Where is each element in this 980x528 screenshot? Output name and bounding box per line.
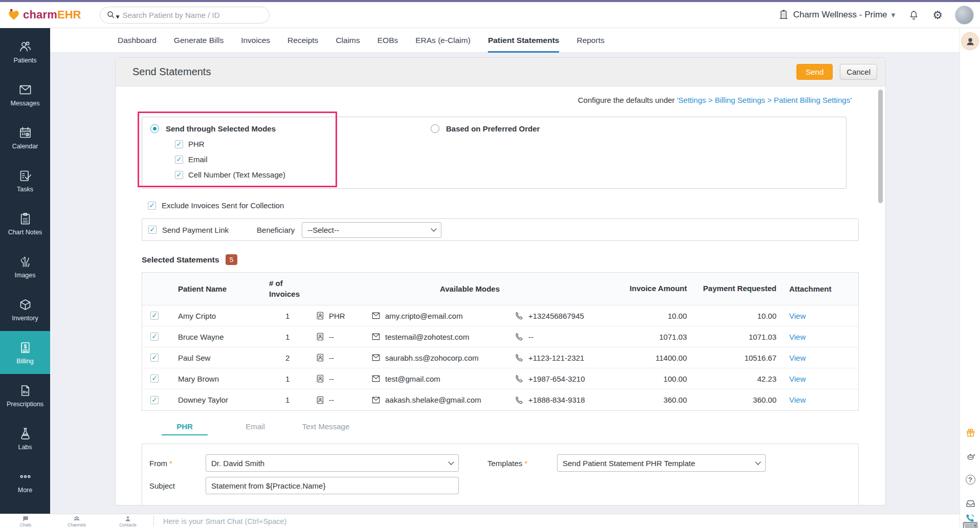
search-filter-caret-icon[interactable]: ▼ <box>116 14 120 19</box>
row-checkbox[interactable]: ✓ <box>150 396 159 404</box>
exclude-invoices-checkbox[interactable]: ✓ <box>148 202 156 210</box>
chatbar-chats[interactable]: Chats <box>0 514 51 528</box>
patient-search: ▼ <box>100 7 270 24</box>
sidebar-item-prescriptions[interactable]: Rx Prescriptions <box>0 374 50 417</box>
templates-select[interactable]: Send Patient Statement PHR Template <box>557 454 766 472</box>
mode-checkbox-row: ✓ PHR <box>175 140 429 148</box>
table-row: ✓ Mary Brown 1 -- test@gmail.com +1987-6… <box>142 368 858 389</box>
preferred-order-radio[interactable] <box>431 124 439 133</box>
email-value: aakash.shelake@gmail.com <box>385 395 481 404</box>
sidebar-item-inventory[interactable]: Inventory <box>0 288 50 331</box>
card-scrollbar[interactable] <box>878 90 883 500</box>
help-icon[interactable]: ? <box>964 473 976 486</box>
charmehr-logo[interactable]: charmEHR <box>7 8 81 21</box>
send-button[interactable]: Send <box>796 64 833 80</box>
chatbar-item-label: Channels <box>68 522 86 527</box>
email-value: testemail@zohotest.com <box>385 333 469 341</box>
view-attachment-link[interactable]: View <box>789 312 806 320</box>
view-attachment-link[interactable]: View <box>789 395 806 404</box>
topbar-right: Charm Wellness - Prime ▼ ⚙ <box>778 6 974 25</box>
tab-reports[interactable]: Reports <box>576 28 604 53</box>
beneficiary-select[interactable]: --Select-- <box>302 222 441 238</box>
tab-eras-e-claim[interactable]: ERAs (e-Claim) <box>415 28 471 53</box>
sidebar-item-more[interactable]: More <box>0 460 50 503</box>
phr-checkbox[interactable]: ✓ <box>175 140 183 148</box>
view-attachment-link[interactable]: View <box>789 333 806 341</box>
cancel-button[interactable]: Cancel <box>840 64 877 80</box>
from-select[interactable]: Dr. David Smith <box>206 454 459 472</box>
tab-patient-statements[interactable]: Patient Statements <box>488 28 560 53</box>
gear-icon: ⚙ <box>932 9 943 21</box>
tab-receipts[interactable]: Receipts <box>287 28 318 53</box>
patient-name: Mary Brown <box>167 375 269 383</box>
row-checkbox[interactable]: ✓ <box>150 333 159 341</box>
email-icon <box>371 374 381 383</box>
sidebar-nav: Patients Messages 12 Calendar Tasks CC C… <box>0 28 50 514</box>
view-attachment-link[interactable]: View <box>789 375 806 383</box>
sidebar-item-messages[interactable]: Messages <box>0 73 50 116</box>
invoice-count: 1 <box>269 395 315 404</box>
calendar-icon: 12 <box>18 126 32 140</box>
inventory-icon <box>18 298 32 312</box>
row-checkbox[interactable]: ✓ <box>150 375 159 383</box>
selected-modes-radio[interactable] <box>150 124 159 133</box>
tab-claims[interactable]: Claims <box>336 28 360 53</box>
subject-input[interactable] <box>206 477 459 494</box>
settings-button[interactable]: ⚙ <box>932 9 943 21</box>
invoice-count: 1 <box>269 312 315 320</box>
lamp-icon[interactable] <box>964 450 976 462</box>
sidebar-item-chart-notes[interactable]: CC Chart Notes <box>0 202 50 245</box>
user-avatar[interactable] <box>955 6 974 25</box>
sidebar-item-images[interactable]: Images <box>0 245 50 288</box>
tab-invoices[interactable]: Invoices <box>241 28 270 53</box>
tab-label: Invoices <box>241 36 270 45</box>
notifications-button[interactable] <box>908 10 919 20</box>
assistant-avatar[interactable] <box>961 32 979 50</box>
smart-chat-input[interactable] <box>154 514 960 528</box>
email-checkbox[interactable]: ✓ <box>175 156 183 164</box>
row-checkbox[interactable]: ✓ <box>150 312 159 320</box>
message-mode-tabs: PHR Email Text Message <box>149 422 885 435</box>
view-attachment-link[interactable]: View <box>789 354 806 362</box>
practice-switcher[interactable]: Charm Wellness - Prime ▼ <box>778 9 896 20</box>
sidebar-item-tasks[interactable]: Tasks <box>0 159 50 202</box>
row-checkbox[interactable]: ✓ <box>150 354 159 362</box>
tab-generate-bills[interactable]: Generate Bills <box>174 28 224 53</box>
sidebar-item-labs[interactable]: Labs <box>0 417 50 460</box>
phr-value: -- <box>329 354 334 362</box>
chevron-down-icon <box>431 226 437 231</box>
svg-text:Rx: Rx <box>23 390 28 394</box>
patient-name: Amy Cripto <box>167 312 269 320</box>
statement-count-badge: 5 <box>226 254 238 265</box>
chatbar-contacts[interactable]: Contacts <box>102 514 153 528</box>
col-patient-name: Patient Name <box>167 284 269 293</box>
chatbar-item-label: Chats <box>20 522 31 527</box>
mode-tab-text-message[interactable]: Text Message <box>291 422 361 435</box>
tab-dashboard[interactable]: Dashboard <box>118 28 157 53</box>
tab-label: Generate Bills <box>174 36 224 45</box>
inbox-icon[interactable] <box>964 497 976 509</box>
sidebar-item-label: Calendar <box>12 143 38 150</box>
search-input[interactable] <box>122 11 262 19</box>
search-icon[interactable] <box>106 10 116 19</box>
billing-settings-link[interactable]: 'Settings > Billing Settings > Patient B… <box>677 96 852 104</box>
payment-requested: 42.23 <box>691 375 781 383</box>
gift-icon[interactable] <box>964 426 976 438</box>
mode-checkbox-label: Email <box>188 155 208 164</box>
invoice-amount: 1071.03 <box>625 333 691 341</box>
more-icon <box>18 470 32 484</box>
phone-icon[interactable] <box>965 513 976 526</box>
sidebar-item-calendar[interactable]: 12 Calendar <box>0 116 50 159</box>
cell-number-text-message-checkbox[interactable]: ✓ <box>175 171 183 179</box>
mode-tab-phr[interactable]: PHR <box>149 422 220 435</box>
scrollbar-thumb[interactable] <box>878 90 883 203</box>
send-payment-link-checkbox[interactable]: ✓ <box>148 226 157 234</box>
mode-tab-email[interactable]: Email <box>220 422 291 435</box>
sidebar-item-patients[interactable]: Patients <box>0 30 50 73</box>
tab-eobs[interactable]: EOBs <box>377 28 398 53</box>
mode-checkbox-label: PHR <box>188 140 205 148</box>
preferred-order-group: Based on Preferred Order <box>429 124 540 179</box>
chatbar-channels[interactable]: Channels <box>51 514 102 528</box>
sidebar-item-billing[interactable]: $ Billing <box>0 331 50 374</box>
col-available-modes: Available Modes <box>315 284 625 293</box>
